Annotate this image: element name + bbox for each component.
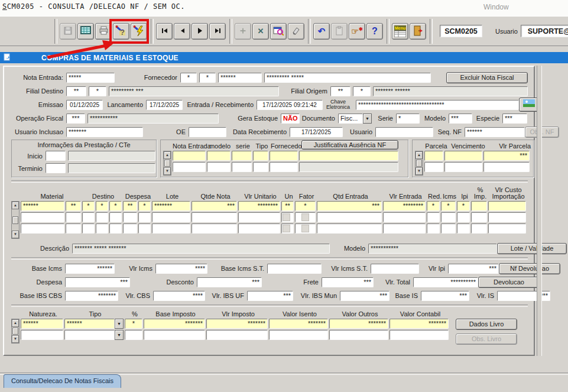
vlr-imposto-cell[interactable] (206, 330, 268, 340)
screen-button[interactable] (77, 23, 94, 40)
help-button[interactable]: ? (366, 23, 383, 40)
material-cell[interactable]: ****** (21, 201, 64, 211)
material-2-cell[interactable] (66, 223, 81, 234)
scroll-up-icon[interactable]: ▲ (416, 151, 423, 159)
qtd-entrada-cell[interactable] (317, 223, 382, 234)
lote-cell[interactable]: ******* (152, 201, 190, 211)
pct-imp-cell[interactable] (471, 212, 487, 222)
base-is-field[interactable]: *** (421, 291, 469, 301)
tipo-cell[interactable] (64, 330, 115, 340)
chave-eletronica-field[interactable]: ********************************** (356, 100, 519, 110)
serie-cell[interactable] (232, 162, 252, 172)
vencimento-cell[interactable] (444, 151, 482, 161)
previous-record-button[interactable] (174, 23, 190, 40)
chevron-down-icon[interactable]: ▼ (115, 319, 124, 329)
documento-value[interactable]: Fisc... (338, 114, 363, 124)
lancamento-field[interactable]: 17/12/2025 (146, 100, 183, 110)
valor-isento-cell[interactable] (269, 330, 328, 340)
fornecedor-name-cell[interactable] (299, 151, 398, 161)
filial-origem-field-2[interactable]: * (353, 86, 371, 96)
nota-cell[interactable] (173, 151, 206, 161)
vlr-imposto-cell[interactable]: ******* (206, 319, 268, 329)
destino-cell[interactable] (109, 223, 122, 234)
vlr-ibs-uf-field[interactable]: *** (247, 291, 293, 301)
inicio-field[interactable] (46, 151, 66, 161)
modelo-cell[interactable] (207, 162, 231, 172)
emissao-field[interactable]: 01/12/2025 (66, 100, 103, 110)
next-record-button[interactable] (192, 23, 208, 40)
vlr-entrada-cell[interactable] (383, 223, 426, 234)
natureza-cell[interactable] (21, 330, 63, 340)
menu-window[interactable]: Window (483, 3, 509, 11)
parcela-cell[interactable] (424, 151, 443, 161)
filial-origem-field-1[interactable]: ** (330, 86, 350, 96)
valor-outros-cell[interactable]: ******* (329, 319, 388, 329)
destino-cell[interactable]: * (109, 201, 122, 211)
terminio-field[interactable] (46, 163, 66, 173)
despesa-cell[interactable] (123, 212, 137, 222)
qtd-entrada-cell[interactable] (317, 212, 382, 222)
valor-outros-cell[interactable] (329, 330, 388, 340)
despesa-cell[interactable]: * (138, 201, 151, 211)
execute-query-button[interactable] (131, 23, 147, 40)
lote-validade-button[interactable]: Lote / Validade (497, 243, 567, 254)
scroll-up-icon[interactable]: ▲ (12, 319, 19, 327)
destino-cell[interactable] (96, 223, 108, 234)
despesa-field[interactable]: *** (65, 277, 130, 287)
seq-nf-field[interactable]: ****** (465, 127, 525, 137)
vencimento-cell[interactable] (444, 162, 482, 172)
first-record-button[interactable] (156, 23, 173, 40)
qtde-nota-cell[interactable] (192, 212, 237, 222)
tipo-combo[interactable]: ****** ▼ (64, 319, 124, 329)
nota-cell[interactable] (173, 162, 206, 172)
fator-cell[interactable] (295, 223, 316, 234)
scroll-down-icon[interactable]: ▼ (12, 231, 19, 238)
scroll-down-icon[interactable]: ▼ (164, 167, 171, 175)
last-record-button[interactable] (209, 23, 226, 40)
despesa-cell[interactable]: ** (123, 201, 137, 211)
fornecedor-cell[interactable] (270, 151, 298, 161)
destino-cell[interactable] (109, 212, 122, 222)
justificativa-ausencia-button[interactable]: Justificativa Ausência NF (301, 140, 398, 150)
red-cell[interactable] (427, 212, 440, 222)
scroll-up-icon[interactable]: ▲ (164, 151, 171, 159)
tab-consulta-delecao[interactable]: Consulta/Delecao De Notas Fiscais (4, 374, 121, 388)
red-cell[interactable] (427, 223, 440, 234)
eraser-button[interactable] (288, 23, 304, 40)
serie-cell[interactable] (232, 151, 252, 161)
un-cell[interactable] (281, 223, 294, 234)
fornecedor-name-field[interactable]: ********* ***** (264, 73, 431, 83)
devolucao-button[interactable]: Devolucao (478, 277, 540, 288)
vlr-unitario-cell[interactable]: ******** (238, 201, 280, 211)
despesa-cell[interactable] (138, 223, 151, 234)
panel-scrollbar[interactable] (537, 66, 542, 356)
base-imposto-cell[interactable]: ******* (144, 319, 205, 329)
destino-cell[interactable] (96, 212, 108, 222)
vlr-custo-cell[interactable] (488, 212, 526, 222)
ipi-cell[interactable]: * (457, 201, 470, 211)
lote-cell[interactable] (152, 223, 190, 234)
chevron-down-icon[interactable]: ▼ (115, 330, 124, 340)
material-2-cell[interactable]: ** (66, 201, 81, 211)
filial-destino-field-2[interactable]: * (89, 86, 106, 96)
scroll-down-icon[interactable]: ▼ (12, 335, 19, 343)
program-id-field[interactable]: SCM0205 (440, 25, 482, 37)
scroll-thumb[interactable] (164, 160, 170, 167)
vlr-parcela-cell[interactable] (483, 162, 530, 172)
vlr-ibs-mun-field[interactable]: *** (340, 291, 390, 301)
pct-cell[interactable]: * (125, 319, 142, 329)
usuario-inclusao-field[interactable]: ******* (66, 127, 143, 137)
menu-button[interactable]: Menu (392, 23, 408, 40)
desconto-field[interactable]: *** (197, 277, 262, 287)
vlr-unitario-cell[interactable] (238, 212, 280, 222)
tipo-combo[interactable]: ▼ (64, 330, 124, 340)
valor-contabil-cell[interactable] (390, 330, 449, 340)
scroll-thumb[interactable] (12, 328, 18, 335)
vlr-entrada-cell[interactable]: ******** (383, 201, 426, 211)
commit-hand-button[interactable]: ☞✱ (349, 23, 365, 40)
pct-imp-cell[interactable] (471, 223, 487, 234)
chevron-down-icon[interactable]: ▼ (363, 114, 372, 124)
icms-cell[interactable] (441, 212, 456, 222)
destino-cell[interactable] (82, 212, 95, 222)
fator-cell[interactable] (295, 212, 316, 222)
